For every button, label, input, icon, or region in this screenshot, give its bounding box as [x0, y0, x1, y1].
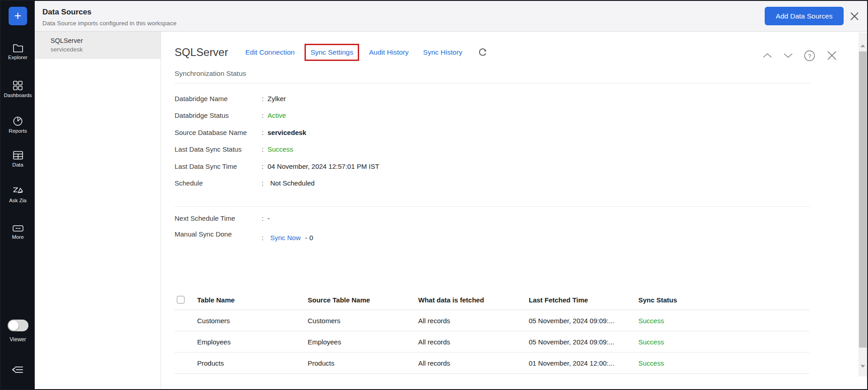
add-data-sources-button[interactable]: Add Data Sources: [765, 7, 844, 25]
divider: [175, 83, 811, 84]
source-detail-panel: SQLServer Edit Connection Sync Settings …: [162, 32, 867, 389]
sidebar-item-more[interactable]: More: [1, 224, 35, 240]
field-colon: :: [262, 234, 268, 241]
field-manual-sync-done: Manual Sync Done : Sync Now - 0: [175, 230, 313, 238]
cell-source-table: Products: [308, 359, 334, 367]
close-page-button[interactable]: [849, 11, 860, 23]
cell-sync-status: Success: [638, 338, 664, 346]
field-label: Databridge Status: [175, 111, 262, 119]
cell-table-name: Products: [197, 359, 224, 367]
sidebar-item-reports[interactable]: Reports: [1, 116, 35, 134]
tables-sync-table: Table Name Source Table Name What data i…: [175, 290, 809, 374]
ask-zia-icon: [12, 186, 24, 196]
data-sources-window: + Explorer Dashboards Reports: [0, 0, 868, 390]
sidebar-item-label: Ask Zia: [1, 198, 35, 203]
scrollbar-thumb[interactable]: [859, 51, 867, 348]
field-colon: :: [262, 162, 268, 170]
toggle-knob: [9, 320, 18, 330]
cell-last-fetched-time: 05 November, 2024 09:09:...: [529, 317, 614, 325]
select-all-checkbox[interactable]: [177, 296, 185, 304]
cell-last-fetched-time: 01 November, 2024 12:00:...: [529, 359, 614, 367]
vertical-scrollbar[interactable]: [859, 32, 867, 376]
viewer-mode-block: Viewer: [1, 320, 35, 343]
cell-sync-status: Success: [638, 359, 664, 367]
cell-source-table: Employees: [308, 338, 341, 346]
refresh-button[interactable]: [478, 47, 488, 57]
plus-icon: +: [14, 9, 22, 23]
page-title: Data Sources: [42, 8, 92, 17]
scroll-down-icon: [860, 365, 865, 368]
field-label: Databridge Name: [175, 95, 262, 102]
cell-last-fetched-time: 05 November, 2024 09:09:...: [529, 338, 614, 346]
cell-sync-status: Success: [638, 317, 664, 325]
collapse-arrow-icon: [11, 364, 24, 375]
field-value: servicedesk: [268, 129, 306, 136]
viewer-label: Viewer: [1, 336, 35, 343]
table-icon: [13, 150, 23, 160]
field-label: Source Database Name: [175, 129, 262, 136]
field-databridge-name: Databridge Name : Zylker: [175, 95, 286, 102]
field-value: 04 November, 2024 12:57:01 PM IST: [268, 162, 379, 170]
cell-fetched: All records: [418, 359, 450, 367]
field-colon: :: [262, 214, 268, 222]
page-header: Data Sources Data Source imports configu…: [35, 1, 867, 32]
sidebar-item-label: Data: [1, 162, 35, 167]
field-last-data-sync-status: Last Data Sync Status : Success: [175, 145, 293, 153]
chevron-down-icon: [783, 53, 793, 58]
field-value: Not Scheduled: [268, 179, 314, 187]
table-header-row: Table Name Source Table Name What data i…: [175, 290, 809, 310]
field-last-data-sync-time: Last Data Sync Time : 04 November, 2024 …: [175, 162, 379, 170]
cell-fetched: All records: [418, 317, 450, 325]
field-value: Zylker: [268, 95, 286, 102]
folder-icon: [13, 43, 23, 53]
sidebar-item-label: More: [1, 234, 35, 240]
sync-now-link[interactable]: Sync Now: [270, 234, 301, 241]
field-colon: :: [262, 145, 268, 153]
field-value: Success: [268, 145, 293, 153]
field-label: Last Data Sync Status: [175, 145, 262, 153]
dashboards-icon: [13, 80, 23, 91]
viewer-toggle[interactable]: [8, 320, 28, 331]
sidebar-item-ask-zia[interactable]: Ask Zia: [1, 186, 35, 203]
scroll-down-arrow[interactable]: [859, 363, 867, 369]
scroll-up-arrow[interactable]: [859, 42, 867, 49]
chevron-up-icon: [762, 53, 772, 58]
field-colon: :: [262, 129, 268, 136]
field-colon: :: [262, 179, 268, 187]
edit-connection-link[interactable]: Edit Connection: [245, 48, 295, 56]
collapse-sidebar-button[interactable]: [11, 364, 24, 377]
create-new-button[interactable]: +: [9, 7, 27, 25]
sidebar-item-dashboards[interactable]: Dashboards: [1, 80, 35, 98]
page-subtitle: Data Source imports configured in this w…: [42, 20, 176, 27]
audit-history-link[interactable]: Audit History: [369, 48, 409, 56]
help-button[interactable]: ?: [804, 50, 815, 61]
cell-table-name: Customers: [197, 317, 230, 325]
field-schedule: Schedule : Not Scheduled: [175, 179, 314, 187]
table-row[interactable]: Customers Customers All records 05 Novem…: [175, 310, 809, 331]
app-sidebar: + Explorer Dashboards Reports: [1, 1, 35, 389]
divider: [175, 206, 811, 207]
field-label: Schedule: [175, 179, 262, 187]
field-colon: :: [262, 95, 268, 102]
field-databridge-status: Databridge Status : Active: [175, 111, 286, 119]
field-value: Active: [268, 111, 286, 119]
sync-settings-link[interactable]: Sync Settings: [310, 48, 353, 56]
previous-source-button[interactable]: [762, 53, 772, 58]
sidebar-item-label: Reports: [1, 128, 35, 134]
sync-history-link[interactable]: Sync History: [423, 48, 462, 56]
table-row[interactable]: Products Products All records 01 Novembe…: [175, 353, 809, 374]
field-colon: :: [262, 111, 268, 119]
section-title: Synchronization Status: [175, 70, 246, 78]
sidebar-item-label: Explorer: [1, 55, 35, 60]
sidebar-item-explorer[interactable]: Explorer: [1, 43, 35, 60]
sidebar-item-label: Dashboards: [1, 93, 35, 98]
next-source-button[interactable]: [783, 53, 793, 58]
field-source-database-name: Source Database Name : servicedesk: [175, 129, 306, 136]
column-header-last-fetched-time: Last Fetched Time: [529, 296, 588, 304]
close-detail-button[interactable]: [826, 50, 838, 61]
data-source-list-item-selected[interactable]: SQLServer servicedesk: [35, 32, 161, 59]
cell-fetched: All records: [418, 338, 450, 346]
field-next-schedule-time: Next Schedule Time : -: [175, 214, 270, 222]
table-row[interactable]: Employees Employees All records 05 Novem…: [175, 331, 809, 353]
sidebar-item-data[interactable]: Data: [1, 150, 35, 167]
